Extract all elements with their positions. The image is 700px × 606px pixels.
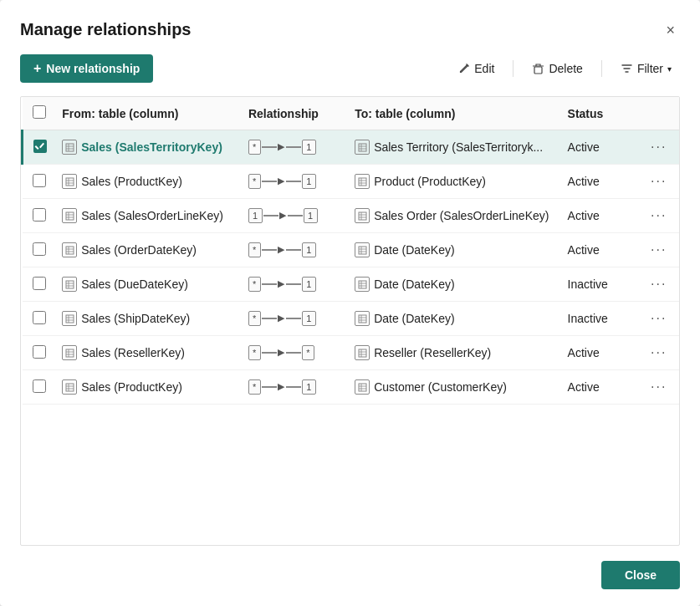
table-icon-from bbox=[62, 242, 77, 257]
more-cell[interactable]: ··· bbox=[641, 130, 679, 165]
rel-left-box: * bbox=[248, 311, 261, 326]
table-icon-to bbox=[355, 140, 370, 155]
to-text: Date (DateKey) bbox=[374, 278, 454, 291]
from-cell: Sales (ProductKey) bbox=[55, 370, 242, 405]
more-cell[interactable]: ··· bbox=[641, 165, 679, 199]
relationship-symbol: * ▶ 1 bbox=[248, 311, 316, 326]
rel-right-box: 1 bbox=[302, 379, 316, 395]
filter-icon bbox=[621, 63, 633, 75]
rel-line-left bbox=[262, 386, 277, 388]
to-cell: Date (DateKey) bbox=[348, 233, 560, 267]
svg-rect-45 bbox=[359, 315, 366, 323]
rel-line-left bbox=[262, 352, 277, 354]
filter-chevron-icon: ▾ bbox=[667, 64, 672, 74]
select-all-header[interactable] bbox=[23, 97, 56, 130]
new-relationship-button[interactable]: + New relationship bbox=[20, 54, 153, 83]
dialog-footer: Close bbox=[20, 561, 680, 589]
relationship-cell: * ▶ 1 bbox=[242, 130, 348, 165]
row-checkbox[interactable] bbox=[33, 208, 46, 222]
from-cell: Sales (ProductKey) bbox=[55, 165, 242, 199]
status-badge: Inactive bbox=[568, 312, 608, 325]
svg-rect-21 bbox=[359, 212, 366, 220]
to-text: Sales Territory (SalesTerritoryk... bbox=[374, 140, 543, 154]
close-button[interactable]: Close bbox=[601, 561, 680, 589]
row-checkbox-cell[interactable] bbox=[23, 130, 56, 165]
table-row: Sales (ShipDateKey) * ▶ 1 Date (DateKey)… bbox=[23, 302, 680, 336]
relationship-cell: * ▶ 1 bbox=[242, 302, 348, 336]
to-text: Date (DateKey) bbox=[374, 243, 454, 257]
more-options-button[interactable]: ··· bbox=[647, 172, 670, 191]
more-cell[interactable]: ··· bbox=[641, 233, 679, 267]
table-row: Sales (SalesTerritoryKey) * ▶ 1 Sales Te… bbox=[23, 130, 680, 165]
status-cell: Active bbox=[561, 165, 641, 199]
rel-line-left bbox=[262, 249, 277, 251]
more-options-button[interactable]: ··· bbox=[647, 275, 670, 293]
relationship-cell: * ▶ * bbox=[242, 336, 348, 370]
row-checkbox[interactable] bbox=[33, 345, 46, 359]
rel-arrow-icon: ▶ bbox=[278, 141, 285, 152]
rel-line-right bbox=[286, 352, 301, 354]
to-cell: Sales Order (SalesOrderLineKey) bbox=[348, 199, 560, 233]
more-cell[interactable]: ··· bbox=[641, 370, 679, 405]
row-checkbox[interactable] bbox=[33, 379, 46, 393]
more-options-button[interactable]: ··· bbox=[647, 206, 670, 225]
row-checkbox[interactable] bbox=[33, 242, 46, 256]
delete-button[interactable]: Delete bbox=[524, 57, 590, 80]
more-cell[interactable]: ··· bbox=[641, 267, 679, 302]
edit-button[interactable]: Edit bbox=[449, 57, 503, 80]
relationship-cell: * ▶ 1 bbox=[242, 267, 348, 302]
to-text: Customer (CustomerKey) bbox=[374, 380, 507, 394]
from-text: Sales (SalesOrderLineKey) bbox=[81, 209, 223, 222]
close-icon-button[interactable]: × bbox=[661, 21, 680, 39]
more-cell[interactable]: ··· bbox=[641, 336, 679, 370]
plus-icon: + bbox=[33, 61, 41, 76]
rel-arrow-icon: ▶ bbox=[278, 313, 285, 323]
toolbar-separator-2 bbox=[601, 60, 602, 77]
filter-button[interactable]: Filter ▾ bbox=[612, 57, 680, 80]
row-checkbox-cell[interactable] bbox=[23, 199, 56, 233]
relationship-symbol: 1 ▶ 1 bbox=[248, 208, 318, 223]
select-all-checkbox[interactable] bbox=[33, 105, 46, 119]
to-text: Reseller (ResellerKey) bbox=[374, 346, 491, 359]
more-options-button[interactable]: ··· bbox=[647, 138, 670, 156]
row-checkbox[interactable] bbox=[33, 311, 46, 324]
row-checkbox-cell[interactable] bbox=[23, 233, 56, 267]
rel-right-box: 1 bbox=[302, 311, 316, 326]
from-text: Sales (ResellerKey) bbox=[81, 346, 185, 359]
row-checkbox[interactable] bbox=[33, 277, 46, 290]
row-checkbox-cell[interactable] bbox=[23, 302, 56, 336]
row-checkbox-cell[interactable] bbox=[23, 370, 56, 405]
status-cell: Active bbox=[561, 370, 641, 405]
status-badge: Active bbox=[568, 140, 600, 154]
row-checkbox-cell[interactable] bbox=[23, 267, 56, 302]
rel-right-box: 1 bbox=[302, 242, 316, 257]
to-text: Sales Order (SalesOrderLineKey) bbox=[374, 209, 549, 222]
rel-arrow-icon: ▶ bbox=[278, 278, 285, 289]
relationship-cell: * ▶ 1 bbox=[242, 165, 348, 199]
row-checkbox-cell[interactable] bbox=[23, 165, 56, 199]
from-cell: Sales (SalesOrderLineKey) bbox=[55, 199, 242, 233]
more-options-button[interactable]: ··· bbox=[647, 309, 670, 328]
row-checkbox-cell[interactable] bbox=[23, 336, 56, 370]
row-checkbox-checked[interactable] bbox=[33, 140, 47, 153]
rel-line-right bbox=[288, 215, 303, 216]
svg-rect-9 bbox=[66, 178, 74, 186]
more-options-button[interactable]: ··· bbox=[647, 241, 670, 259]
delete-icon bbox=[532, 63, 544, 75]
svg-rect-5 bbox=[359, 144, 366, 151]
more-options-button[interactable]: ··· bbox=[647, 378, 670, 396]
table-row: Sales (OrderDateKey) * ▶ 1 Date (DateKey… bbox=[23, 233, 680, 267]
status-column-header: Status bbox=[561, 97, 641, 130]
status-cell: Inactive bbox=[561, 267, 641, 302]
relationship-cell: * ▶ 1 bbox=[242, 370, 348, 405]
more-cell[interactable]: ··· bbox=[641, 302, 679, 336]
rel-right-box: 1 bbox=[304, 208, 318, 223]
table-header-row: From: table (column) Relationship To: ta… bbox=[23, 97, 680, 130]
more-cell[interactable]: ··· bbox=[641, 199, 679, 233]
row-checkbox[interactable] bbox=[33, 174, 46, 187]
table-icon-to bbox=[355, 174, 370, 189]
svg-rect-57 bbox=[66, 384, 74, 391]
from-cell: Sales (SalesTerritoryKey) bbox=[55, 130, 242, 165]
more-options-button[interactable]: ··· bbox=[647, 344, 670, 362]
status-cell: Active bbox=[561, 233, 641, 267]
